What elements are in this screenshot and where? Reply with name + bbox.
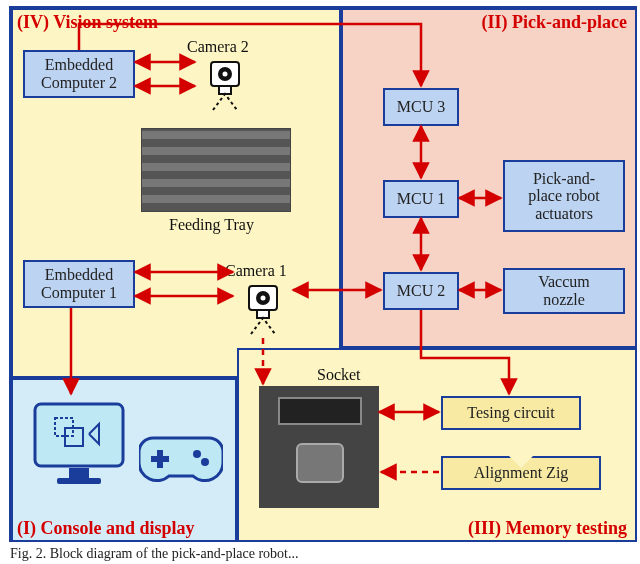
embedded-computer-1: Embedded Computer 1 (23, 260, 135, 308)
mcu-1: MCU 1 (383, 180, 459, 218)
monitor-icon (29, 398, 129, 492)
camera-1-label: Camera 1 (225, 262, 287, 280)
svg-point-15 (193, 450, 201, 458)
feeding-tray-label: Feeding Tray (169, 216, 254, 234)
svg-point-16 (201, 458, 209, 466)
mcu-3: MCU 3 (383, 88, 459, 126)
camera-2-label: Camera 2 (187, 38, 249, 56)
zone-label-pick: (II) Pick-and-place (482, 12, 628, 33)
camera-1-icon (235, 282, 291, 338)
zone-label-console: (I) Console and display (17, 518, 195, 539)
svg-rect-10 (57, 478, 101, 484)
vacuum-nozzle: Vaccum nozzle (503, 268, 625, 314)
embedded-computer-2: Embedded Computer 2 (23, 50, 135, 98)
robot-actuators: Pick-and- place robot actuators (503, 160, 625, 232)
socket-photo (259, 386, 379, 508)
svg-rect-9 (69, 468, 89, 478)
svg-point-6 (261, 296, 266, 301)
zone-label-vision: (IV) Vision system (17, 12, 158, 33)
mcu-2: MCU 2 (383, 272, 459, 310)
socket-label: Socket (317, 366, 361, 384)
svg-rect-14 (151, 456, 169, 462)
testing-circuit: Tesing circuit (441, 396, 581, 430)
svg-point-2 (223, 72, 228, 77)
figure-caption: Fig. 2. Block diagram of the pick-and-pl… (10, 546, 298, 562)
zone-label-memory: (III) Memory testing (468, 518, 627, 539)
camera-2-icon (197, 58, 253, 114)
svg-rect-8 (35, 404, 123, 466)
gamepad-icon (139, 428, 223, 488)
feeding-tray-photo (141, 128, 291, 212)
alignment-zig: Alignment Zig (441, 456, 601, 490)
